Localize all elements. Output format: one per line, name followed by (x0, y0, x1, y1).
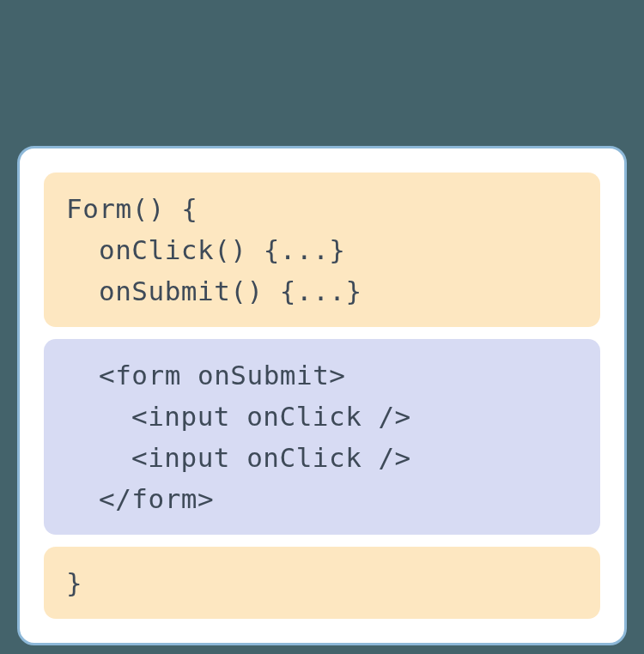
form-function-footer-block: } (44, 547, 600, 619)
code-line-form-close: </form> (66, 478, 578, 519)
code-line-input-2: <input onClick /> (66, 437, 578, 478)
code-line-form-decl: Form() { (66, 188, 578, 229)
jsx-markup-block: <form onSubmit> <input onClick /> <input… (44, 339, 600, 535)
code-line-form-open: <form onSubmit> (66, 354, 578, 396)
code-line-onclick: onClick() {...} (66, 229, 578, 270)
form-function-header-block: Form() { onClick() {...} onSubmit() {...… (44, 173, 600, 327)
code-line-onsubmit: onSubmit() {...} (66, 270, 578, 312)
code-line-close-brace: } (66, 562, 578, 603)
code-diagram-card: Form() { onClick() {...} onSubmit() {...… (17, 146, 627, 645)
code-line-input-1: <input onClick /> (66, 396, 578, 437)
